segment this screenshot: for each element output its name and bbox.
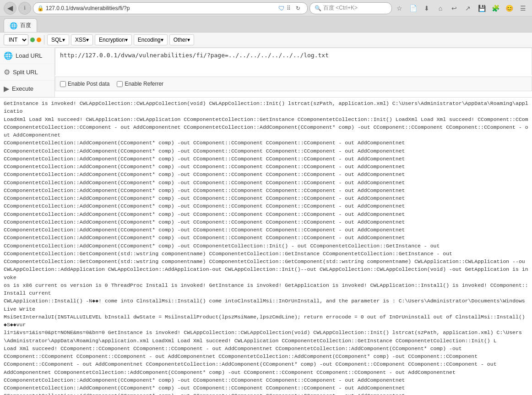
enable-post-data-checkbox[interactable]: Enable Post data xyxy=(60,81,109,87)
shield-icon: 🛡 xyxy=(278,5,285,12)
home-button[interactable]: ⌂ xyxy=(435,3,446,14)
sidebar: 🌐 Load URL ⚙ Split URL ▶ Execute xyxy=(0,48,55,97)
save-button[interactable]: 💾 xyxy=(476,3,487,14)
split-url-item[interactable]: ⚙ Split URL xyxy=(0,64,54,81)
info-button[interactable]: ℹ xyxy=(18,2,31,15)
history-button[interactable]: ↩ xyxy=(449,3,460,14)
log-line: CComponentetCollection::AddComponent(CCo… xyxy=(4,242,528,250)
log-line: CComponentetCollection::AddComponent(CCo… xyxy=(4,139,528,147)
tab-favicon: 🌐 xyxy=(10,22,17,29)
tab-bar: 🌐 百度 xyxy=(0,16,532,32)
xss-label: XSS▾ xyxy=(75,37,89,43)
log-line: CComponentetCollection::AddComponent(CCo… xyxy=(4,218,528,226)
execute-item[interactable]: ▶ Execute xyxy=(0,81,54,97)
star-button[interactable]: ☆ xyxy=(394,3,405,14)
log-line: CComponentetCollection::CComponent - out… xyxy=(4,123,528,139)
log-line: CComponentetCollection::AddComponent(CCo… xyxy=(4,170,528,178)
checkbox-area: Enable Post data Enable Referrer xyxy=(55,77,532,91)
toolbar-separator xyxy=(44,35,44,44)
menu-dots-icon: ⠿ xyxy=(287,5,291,11)
back-button[interactable]: ◀ xyxy=(4,2,16,15)
log-line: CWLApplication::Install() -N◆◆! come int… xyxy=(4,297,528,313)
tab-title: 百度 xyxy=(20,22,31,29)
split-url-icon: ⚙ xyxy=(4,68,10,77)
split-url-label: Split URL xyxy=(13,69,38,76)
log-area: GetInstance is invoked! CWLAppCollection… xyxy=(0,97,532,395)
search-placeholder: 百度 <Ctrl+K> xyxy=(323,4,358,12)
log-line: CComponentetCollection::AddComponent(CCo… xyxy=(4,187,528,194)
log-line: CComponentetCollection::AddComponent(CCo… xyxy=(4,147,528,155)
log-line: CComponentetCollection::AddComponent(CCo… xyxy=(4,384,528,392)
referrer-label: Enable Referrer xyxy=(125,81,163,87)
encryption-label: Encryption▾ xyxy=(99,37,128,43)
more-button[interactable]: ☰ xyxy=(517,3,528,14)
log-line: CComponentetCollection::AddComponent(CCo… xyxy=(4,392,528,395)
load-url-item[interactable]: 🌐 Load URL xyxy=(0,48,54,64)
log-line: CComponentetCollection::AddComponent(CCo… xyxy=(4,194,528,202)
log-line: CComponentetCollection::AddComponent(CCo… xyxy=(4,179,528,187)
encoding-menu[interactable]: Encoding▾ xyxy=(134,34,168,45)
log-line: CComponentetCollection::AddComponent(CCo… xyxy=(4,226,528,234)
orange-indicator xyxy=(37,38,41,42)
log-line: CComponentetCollection::AddComponent(CCo… xyxy=(4,202,528,210)
log-line: LoadXml Load Xml succeed! CWLApplication… xyxy=(4,115,528,123)
log-line: CComponentetCollection::AddComponent(CCo… xyxy=(4,163,528,170)
encryption-menu[interactable]: Encryption▾ xyxy=(95,34,132,45)
log-line: Load Xml succeed! CComponent::CComponent… xyxy=(4,345,528,352)
enable-referrer-checkbox[interactable]: Enable Referrer xyxy=(117,81,163,87)
main-content: 🌐 Load URL ⚙ Split URL ▶ Execute Enable … xyxy=(0,48,532,97)
url-input-area: Enable Post data Enable Referrer xyxy=(55,48,532,97)
search-bar[interactable]: 🔍 百度 <Ctrl+K> xyxy=(309,2,392,14)
log-line: CComponent::CComponent - out AddComponen… xyxy=(4,360,528,368)
other-menu[interactable]: Other▾ xyxy=(169,34,194,45)
execute-icon: ▶ xyxy=(4,84,9,93)
log-line: CComponentetCollection::AddComponent(CCo… xyxy=(4,210,528,218)
log-line: AddComponentnet CComponentetCollection::… xyxy=(4,368,528,376)
url-bar-input[interactable] xyxy=(46,5,277,11)
reader-button[interactable]: 📄 xyxy=(407,3,418,14)
search-icon: 🔍 xyxy=(315,5,321,11)
nav-bar: ◀ ℹ 🔒 🛡 ⠿ ↻ 🔍 百度 <Ctrl+K> ☆ 📄 ⬇ ⌂ ↩ ↗ 💾 … xyxy=(0,0,532,16)
sql-menu[interactable]: SQL▾ xyxy=(47,34,69,45)
sql-label: SQL▾ xyxy=(51,37,65,43)
log-line: CComponentetCollection::GetComponent(std… xyxy=(4,250,528,258)
other-label: Other▾ xyxy=(174,37,190,43)
lock-icon: 🔒 xyxy=(37,5,44,11)
log-line: CComponent::CComponent CComponent::CComp… xyxy=(4,352,528,360)
extensions-button[interactable]: 🧩 xyxy=(490,3,501,14)
toolbar: INT SQL▾ XSS▾ Encryption▾ Encoding▾ Othe… xyxy=(0,33,532,48)
profile-button[interactable]: 😊 xyxy=(504,3,515,14)
log-line: li=1&vs=1&is=0&pt=NONE&ms=0&bn=0 GetInst… xyxy=(4,329,528,336)
log-line: CComponentetCollection::GetComponent(std… xyxy=(4,258,528,265)
xss-menu[interactable]: XSS▾ xyxy=(71,34,93,45)
referrer-check[interactable] xyxy=(117,81,123,87)
log-line: MsiSetInternalUI(INSTALLUILEVEL bInstall… xyxy=(4,313,528,329)
url-bar-container: 🔒 🛡 ⠿ ↻ xyxy=(33,2,308,14)
log-line: \Administrator\AppData\Roaming\applicati… xyxy=(4,337,528,345)
post-data-check[interactable] xyxy=(60,81,66,87)
log-line: CWLAppCollection::AddApplication CWLAppC… xyxy=(4,265,528,281)
log-line: GetInstance is invoked! CWLAppCollection… xyxy=(4,99,528,115)
encoding-label: Encoding▾ xyxy=(138,37,163,43)
post-data-label: Enable Post data xyxy=(68,81,109,87)
execute-label: Execute xyxy=(12,85,33,92)
tab-baidu[interactable]: 🌐 百度 xyxy=(4,18,37,32)
load-url-icon: 🌐 xyxy=(4,51,13,60)
log-line: CComponentetCollection::AddComponent(CCo… xyxy=(4,376,528,384)
log-line: CComponentetCollection::AddComponent(CCo… xyxy=(4,155,528,163)
load-url-label: Load URL xyxy=(16,52,43,59)
green-indicator xyxy=(30,38,35,42)
url-input[interactable] xyxy=(55,48,532,75)
download-button[interactable]: ⬇ xyxy=(421,3,432,14)
share-button[interactable]: ↗ xyxy=(462,3,473,14)
int-dropdown[interactable]: INT xyxy=(4,34,28,45)
log-line: CComponentetCollection::AddComponent(CCo… xyxy=(4,234,528,241)
browser-chrome: ◀ ℹ 🔒 🛡 ⠿ ↻ 🔍 百度 <Ctrl+K> ☆ 📄 ⬇ ⌂ ↩ ↗ 💾 … xyxy=(0,0,532,33)
log-line: os is x86 current os version is 0 Thread… xyxy=(4,281,528,297)
nav-actions: ☆ 📄 ⬇ ⌂ ↩ ↗ 💾 🧩 😊 ☰ xyxy=(394,3,528,14)
reload-button[interactable]: ↻ xyxy=(293,3,304,14)
